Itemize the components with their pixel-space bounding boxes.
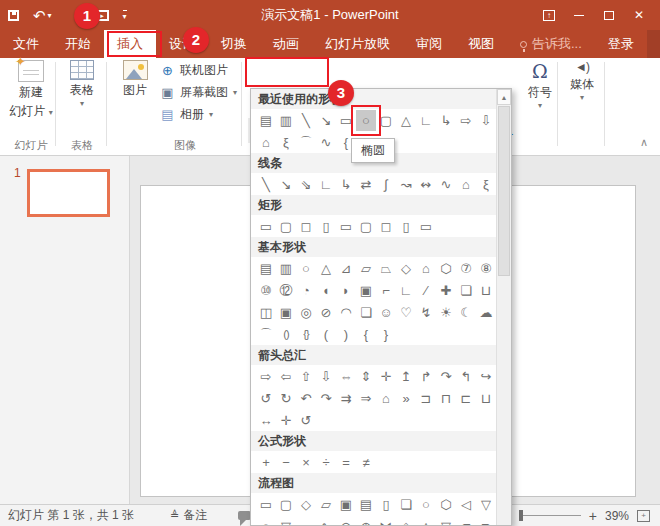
shape-pie[interactable]: ◔ bbox=[296, 280, 316, 301]
shape-right-arrow[interactable]: ⇨ bbox=[256, 366, 276, 387]
shape-not-equal[interactable]: ≠ bbox=[356, 452, 376, 473]
shape-arc[interactable]: ⌒ bbox=[296, 132, 316, 153]
shape-striped-right-arrow[interactable]: ⇉ bbox=[336, 388, 356, 409]
shape-down-arrow[interactable]: ⇩ bbox=[476, 110, 496, 131]
tab-transitions[interactable]: 切换 bbox=[208, 30, 260, 58]
shape-rectangle[interactable]: ▭ bbox=[336, 110, 356, 131]
shape-curved-arrow-connector[interactable]: ↝ bbox=[396, 174, 416, 195]
shape-rounded-rectangle[interactable]: ▢ bbox=[276, 216, 296, 237]
zoom-in-button[interactable]: + bbox=[589, 508, 597, 524]
shape-up-down-arrow[interactable]: ⇕ bbox=[356, 366, 376, 387]
shape-line-arrow[interactable]: ↘ bbox=[316, 110, 336, 131]
shape-frame[interactable]: ▣ bbox=[356, 280, 376, 301]
shape-right-arrow[interactable]: ⇨ bbox=[456, 110, 476, 131]
shape-bevel[interactable]: ▣ bbox=[276, 302, 296, 323]
slide-thumbnail[interactable] bbox=[27, 169, 110, 217]
close-button[interactable]: ✕ bbox=[624, 0, 654, 30]
shape-teardrop[interactable]: ◗ bbox=[336, 280, 356, 301]
shape-text-box[interactable]: ▤ bbox=[256, 258, 276, 279]
shape-folded-corner[interactable]: ❏ bbox=[356, 302, 376, 323]
shape-no-symbol[interactable]: ⊘ bbox=[316, 302, 336, 323]
shape-or[interactable]: ⊕ bbox=[356, 516, 376, 526]
shape-moon[interactable]: ☾ bbox=[456, 302, 476, 323]
shape-dodecagon[interactable]: ⑫ bbox=[276, 280, 296, 301]
shape-punched-tape[interactable]: ∿ bbox=[316, 516, 336, 526]
ribbon-display-options-button[interactable]: ↑ bbox=[534, 0, 564, 30]
shape-plaque[interactable]: ❏ bbox=[456, 280, 476, 301]
shape-summing-junction[interactable]: ⊗ bbox=[336, 516, 356, 526]
shape-delay[interactable]: ⊃ bbox=[476, 516, 496, 526]
shape-lightning-bolt[interactable]: ↯ bbox=[416, 302, 436, 323]
shape-snip-round-single[interactable]: ▢ bbox=[356, 216, 376, 237]
shape-alternate-process[interactable]: ▢ bbox=[276, 494, 296, 515]
shape-curved-right-arrow[interactable]: ↺ bbox=[256, 388, 276, 409]
shape-decagon[interactable]: ⑩ bbox=[256, 280, 276, 301]
shape-terminator[interactable]: ○ bbox=[416, 494, 436, 515]
photo-album-button[interactable]: ▤相册▾ bbox=[160, 106, 237, 123]
shape-left-right-up-arrow[interactable]: ↥ bbox=[396, 366, 416, 387]
tab-animations[interactable]: 动画 bbox=[260, 30, 312, 58]
shape-curved-up-arrow[interactable]: ↶ bbox=[296, 388, 316, 409]
shape-manual-input[interactable]: ◁ bbox=[456, 494, 476, 515]
shape-plus[interactable]: + bbox=[256, 452, 276, 473]
zoom-level[interactable]: 39% bbox=[605, 509, 629, 523]
notes-button[interactable]: ≜备注 bbox=[170, 507, 207, 524]
collapse-ribbon-button[interactable]: ∧ bbox=[640, 136, 648, 149]
gallery-scrollbar[interactable]: ▲ bbox=[496, 89, 511, 525]
shape-manual-operation[interactable]: ▽ bbox=[476, 494, 496, 515]
shape-line[interactable]: ╲ bbox=[256, 174, 276, 195]
tab-slideshow[interactable]: 幻灯片放映 bbox=[312, 30, 403, 58]
shape-elbow-double-arrow-connector[interactable]: ⇄ bbox=[356, 174, 376, 195]
shape-rectangle[interactable]: ▭ bbox=[256, 216, 276, 237]
shape-donut[interactable]: ◎ bbox=[296, 302, 316, 323]
zoom-slider[interactable] bbox=[519, 515, 581, 516]
shape-predefined-process[interactable]: ▣ bbox=[336, 494, 356, 515]
table-button[interactable]: 表格 ▾ bbox=[60, 60, 104, 107]
shape-preparation[interactable]: ⬡ bbox=[436, 494, 456, 515]
shape-down-arrow-callout[interactable]: ⊓ bbox=[436, 388, 456, 409]
shape-notched-right-arrow[interactable]: ⇒ bbox=[356, 388, 376, 409]
shape-right-bracket[interactable]: ) bbox=[336, 324, 356, 345]
shape-l-shape[interactable]: ∟ bbox=[396, 280, 416, 301]
shape-hexagon[interactable]: ⬡ bbox=[436, 258, 456, 279]
screenshot-button[interactable]: ▣屏幕截图▾ bbox=[160, 84, 237, 101]
shape-oval[interactable]: ○ bbox=[296, 258, 316, 279]
fit-slide-to-window-icon[interactable]: + bbox=[637, 510, 650, 522]
shape-freeform[interactable]: ⌂ bbox=[456, 174, 476, 195]
shape-elbow-connector[interactable]: ∟ bbox=[316, 174, 336, 195]
shape-snip-diagonal[interactable]: ▭ bbox=[336, 216, 356, 237]
tab-insert[interactable]: 插入 bbox=[104, 30, 156, 58]
shape-cross[interactable]: ✚ bbox=[436, 280, 456, 301]
shape-minus[interactable]: − bbox=[276, 452, 296, 473]
shape-equal[interactable]: = bbox=[336, 452, 356, 473]
shape-round-single-corner[interactable]: ◻ bbox=[376, 216, 396, 237]
shape-division[interactable]: ÷ bbox=[316, 452, 336, 473]
tab-review[interactable]: 审阅 bbox=[403, 30, 455, 58]
shape-smiley-face[interactable]: ☺ bbox=[376, 302, 396, 323]
shape-connector[interactable]: ○ bbox=[256, 516, 276, 526]
shape-cloud[interactable]: ☁ bbox=[476, 302, 496, 323]
shape-circular-arrow[interactable]: ↺ bbox=[296, 410, 316, 431]
shape-isoceles-triangle[interactable]: △ bbox=[396, 110, 416, 131]
shape-arc[interactable]: ⌒ bbox=[256, 324, 276, 345]
shape-right-triangle[interactable]: ⊿ bbox=[336, 258, 356, 279]
shape-line[interactable]: ╲ bbox=[296, 110, 316, 131]
shape-half-frame[interactable]: ⌐ bbox=[376, 280, 396, 301]
shape-round-same-side[interactable]: ▯ bbox=[396, 216, 416, 237]
shape-chord[interactable]: ◖ bbox=[316, 280, 336, 301]
shape-left-brace[interactable]: { bbox=[356, 324, 376, 345]
shape-trapezoid[interactable]: ⏢ bbox=[376, 258, 396, 279]
shape-up-arrow[interactable]: ⇧ bbox=[296, 366, 316, 387]
shape-left-arrow[interactable]: ⇦ bbox=[276, 366, 296, 387]
shape-bent-up-arrow[interactable]: ↪ bbox=[476, 366, 496, 387]
shape-internal-storage[interactable]: ▤ bbox=[356, 494, 376, 515]
shape-double-bracket[interactable]: () bbox=[276, 324, 296, 345]
shape-left-right-arrow[interactable]: ⇔ bbox=[336, 366, 356, 387]
shape-merge[interactable]: ▽ bbox=[436, 516, 456, 526]
tab-share[interactable]: 共享 bbox=[647, 30, 660, 58]
shape-elbow-arrow-connector[interactable]: ↳ bbox=[436, 110, 456, 131]
shape-round-diagonal[interactable]: ▭ bbox=[416, 216, 436, 237]
shape-sort[interactable]: ◈ bbox=[396, 516, 416, 526]
shape-curve[interactable]: ∿ bbox=[436, 174, 456, 195]
shape-extract[interactable]: △ bbox=[416, 516, 436, 526]
